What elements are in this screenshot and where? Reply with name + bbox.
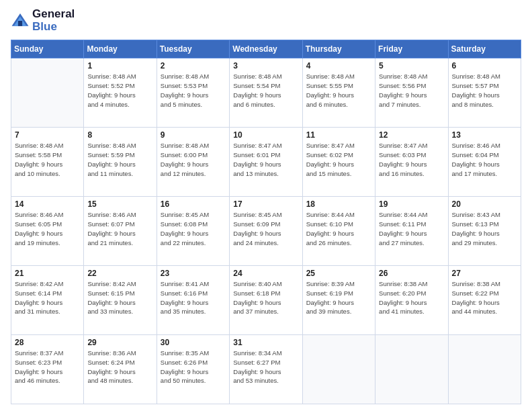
calendar-day-cell <box>375 335 448 404</box>
calendar-day-header: Sunday <box>11 40 84 58</box>
calendar-day-cell: 4Sunrise: 8:48 AM Sunset: 5:55 PM Daylig… <box>302 58 375 128</box>
day-number: 14 <box>15 199 80 209</box>
calendar-day-cell: 20Sunrise: 8:43 AM Sunset: 6:13 PM Dayli… <box>448 197 521 266</box>
day-number: 10 <box>233 130 298 140</box>
logo-text: General Blue <box>32 8 75 33</box>
day-detail: Sunrise: 8:48 AM Sunset: 5:57 PM Dayligh… <box>452 72 517 109</box>
day-number: 3 <box>233 61 298 71</box>
day-number: 18 <box>306 199 371 209</box>
calendar-day-header: Friday <box>375 40 448 58</box>
day-number: 4 <box>306 61 371 71</box>
calendar-week-row: 21Sunrise: 8:42 AM Sunset: 6:14 PM Dayli… <box>11 266 521 335</box>
day-detail: Sunrise: 8:48 AM Sunset: 5:56 PM Dayligh… <box>379 72 444 109</box>
calendar-day-cell: 3Sunrise: 8:48 AM Sunset: 5:54 PM Daylig… <box>230 58 302 128</box>
day-number: 24 <box>233 269 298 278</box>
day-number: 28 <box>15 338 80 347</box>
day-detail: Sunrise: 8:40 AM Sunset: 6:18 PM Dayligh… <box>233 279 298 316</box>
day-number: 31 <box>233 338 298 347</box>
calendar-week-row: 14Sunrise: 8:46 AM Sunset: 6:05 PM Dayli… <box>11 197 521 266</box>
day-detail: Sunrise: 8:35 AM Sunset: 6:26 PM Dayligh… <box>161 349 226 385</box>
calendar-day-cell: 22Sunrise: 8:42 AM Sunset: 6:15 PM Dayli… <box>84 266 157 335</box>
day-detail: Sunrise: 8:47 AM Sunset: 6:01 PM Dayligh… <box>233 141 298 178</box>
calendar-day-cell: 27Sunrise: 8:38 AM Sunset: 6:22 PM Dayli… <box>448 266 521 335</box>
day-detail: Sunrise: 8:44 AM Sunset: 6:11 PM Dayligh… <box>379 210 444 247</box>
day-number: 9 <box>161 130 226 140</box>
day-detail: Sunrise: 8:41 AM Sunset: 6:16 PM Dayligh… <box>161 279 226 316</box>
calendar-week-row: 7Sunrise: 8:48 AM Sunset: 5:58 PM Daylig… <box>11 128 521 197</box>
calendar-day-cell: 13Sunrise: 8:46 AM Sunset: 6:04 PM Dayli… <box>448 128 521 197</box>
calendar-day-cell: 14Sunrise: 8:46 AM Sunset: 6:05 PM Dayli… <box>11 197 84 266</box>
day-number: 7 <box>15 130 80 140</box>
calendar-day-header: Wednesday <box>230 40 302 58</box>
day-number: 20 <box>452 199 517 209</box>
day-detail: Sunrise: 8:46 AM Sunset: 6:04 PM Dayligh… <box>452 141 517 178</box>
calendar-day-cell: 26Sunrise: 8:38 AM Sunset: 6:20 PM Dayli… <box>375 266 448 335</box>
day-detail: Sunrise: 8:45 AM Sunset: 6:09 PM Dayligh… <box>233 210 298 247</box>
day-detail: Sunrise: 8:45 AM Sunset: 6:08 PM Dayligh… <box>161 210 226 247</box>
day-number: 21 <box>15 269 80 278</box>
calendar-day-cell: 7Sunrise: 8:48 AM Sunset: 5:58 PM Daylig… <box>11 128 84 197</box>
calendar-day-cell: 10Sunrise: 8:47 AM Sunset: 6:01 PM Dayli… <box>230 128 302 197</box>
day-detail: Sunrise: 8:44 AM Sunset: 6:10 PM Dayligh… <box>306 210 371 247</box>
calendar-day-cell: 6Sunrise: 8:48 AM Sunset: 5:57 PM Daylig… <box>448 58 521 128</box>
calendar-day-cell: 8Sunrise: 8:48 AM Sunset: 5:59 PM Daylig… <box>84 128 157 197</box>
calendar-day-cell: 23Sunrise: 8:41 AM Sunset: 6:16 PM Dayli… <box>157 266 229 335</box>
calendar-day-cell <box>448 335 521 404</box>
calendar-day-header: Monday <box>84 40 157 58</box>
day-detail: Sunrise: 8:36 AM Sunset: 6:24 PM Dayligh… <box>87 349 152 385</box>
calendar-day-cell: 15Sunrise: 8:46 AM Sunset: 6:07 PM Dayli… <box>84 197 157 266</box>
day-number: 12 <box>379 130 444 140</box>
calendar-day-cell: 31Sunrise: 8:34 AM Sunset: 6:27 PM Dayli… <box>230 335 302 404</box>
day-number: 22 <box>87 269 152 278</box>
day-detail: Sunrise: 8:47 AM Sunset: 6:03 PM Dayligh… <box>379 141 444 178</box>
day-detail: Sunrise: 8:38 AM Sunset: 6:20 PM Dayligh… <box>379 279 444 316</box>
calendar-day-cell: 28Sunrise: 8:37 AM Sunset: 6:23 PM Dayli… <box>11 335 84 404</box>
day-detail: Sunrise: 8:43 AM Sunset: 6:13 PM Dayligh… <box>452 210 517 247</box>
calendar-day-cell: 24Sunrise: 8:40 AM Sunset: 6:18 PM Dayli… <box>230 266 302 335</box>
calendar-week-row: 1Sunrise: 8:48 AM Sunset: 5:52 PM Daylig… <box>11 58 521 128</box>
calendar-day-header: Thursday <box>302 40 375 58</box>
day-number: 30 <box>161 338 226 347</box>
calendar-table: SundayMondayTuesdayWednesdayThursdayFrid… <box>11 40 521 404</box>
calendar-day-cell: 29Sunrise: 8:36 AM Sunset: 6:24 PM Dayli… <box>84 335 157 404</box>
day-number: 15 <box>87 199 152 209</box>
calendar-day-cell: 5Sunrise: 8:48 AM Sunset: 5:56 PM Daylig… <box>375 58 448 128</box>
calendar-day-cell: 30Sunrise: 8:35 AM Sunset: 6:26 PM Dayli… <box>157 335 229 404</box>
day-number: 27 <box>452 269 517 278</box>
logo-icon <box>11 11 30 30</box>
calendar-day-cell: 16Sunrise: 8:45 AM Sunset: 6:08 PM Dayli… <box>157 197 229 266</box>
day-detail: Sunrise: 8:48 AM Sunset: 5:59 PM Dayligh… <box>87 141 152 178</box>
day-detail: Sunrise: 8:48 AM Sunset: 5:53 PM Dayligh… <box>161 72 226 109</box>
day-detail: Sunrise: 8:42 AM Sunset: 6:15 PM Dayligh… <box>87 279 152 316</box>
calendar-day-cell: 9Sunrise: 8:48 AM Sunset: 6:00 PM Daylig… <box>157 128 229 197</box>
day-detail: Sunrise: 8:38 AM Sunset: 6:22 PM Dayligh… <box>452 279 517 316</box>
day-number: 11 <box>306 130 371 140</box>
header: General Blue <box>11 8 521 33</box>
day-detail: Sunrise: 8:34 AM Sunset: 6:27 PM Dayligh… <box>233 349 298 385</box>
day-detail: Sunrise: 8:48 AM Sunset: 5:55 PM Dayligh… <box>306 72 371 109</box>
day-detail: Sunrise: 8:42 AM Sunset: 6:14 PM Dayligh… <box>15 279 80 316</box>
day-number: 5 <box>379 61 444 71</box>
calendar-day-cell: 19Sunrise: 8:44 AM Sunset: 6:11 PM Dayli… <box>375 197 448 266</box>
calendar-day-header: Tuesday <box>157 40 229 58</box>
day-number: 16 <box>161 199 226 209</box>
calendar-day-cell: 11Sunrise: 8:47 AM Sunset: 6:02 PM Dayli… <box>302 128 375 197</box>
day-number: 13 <box>452 130 517 140</box>
page: General Blue SundayMondayTuesdayWednesda… <box>0 0 532 411</box>
day-number: 17 <box>233 199 298 209</box>
calendar-week-row: 28Sunrise: 8:37 AM Sunset: 6:23 PM Dayli… <box>11 335 521 404</box>
logo: General Blue <box>11 8 75 33</box>
day-detail: Sunrise: 8:48 AM Sunset: 5:58 PM Dayligh… <box>15 141 80 178</box>
day-number: 6 <box>452 61 517 71</box>
calendar-day-header: Saturday <box>448 40 521 58</box>
day-number: 23 <box>161 269 226 278</box>
calendar-day-cell <box>11 58 84 128</box>
calendar-day-cell: 21Sunrise: 8:42 AM Sunset: 6:14 PM Dayli… <box>11 266 84 335</box>
day-detail: Sunrise: 8:48 AM Sunset: 6:00 PM Dayligh… <box>161 141 226 178</box>
svg-rect-2 <box>18 21 22 26</box>
day-detail: Sunrise: 8:46 AM Sunset: 6:07 PM Dayligh… <box>87 210 152 247</box>
day-number: 26 <box>379 269 444 278</box>
day-number: 8 <box>87 130 152 140</box>
day-number: 1 <box>87 61 152 71</box>
day-detail: Sunrise: 8:48 AM Sunset: 5:52 PM Dayligh… <box>87 72 152 109</box>
